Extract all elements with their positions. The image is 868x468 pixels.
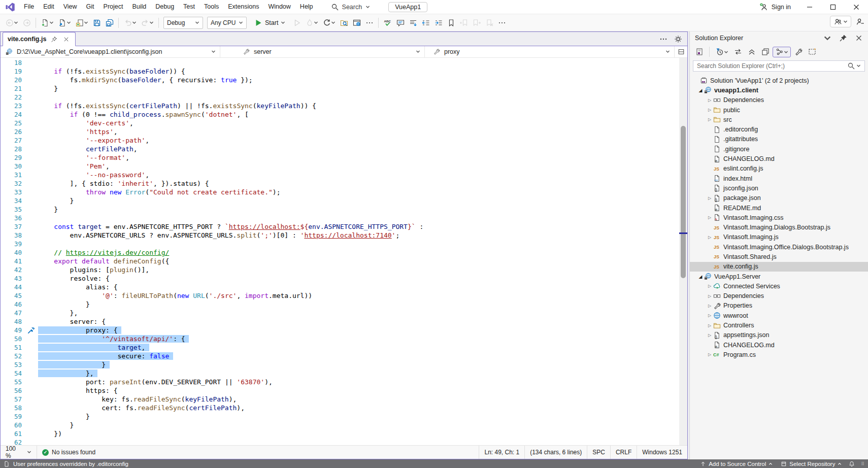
add-new-item-button[interactable] bbox=[74, 16, 90, 29]
tree-item-vueapp1-server[interactable]: ◢VueApp1.Server bbox=[690, 272, 868, 281]
sync-with-active-document-button[interactable] bbox=[732, 45, 744, 58]
encoding[interactable]: Windows 1251 bbox=[637, 446, 687, 459]
start-without-debugging-button[interactable] bbox=[291, 16, 303, 29]
minimize-button[interactable] bbox=[798, 0, 821, 14]
save-button[interactable] bbox=[91, 16, 103, 29]
solution-platforms[interactable]: Any CPU bbox=[207, 17, 247, 29]
zoom-selector[interactable]: 100 % bbox=[1, 446, 37, 459]
previous-bookmark-button[interactable] bbox=[458, 16, 470, 29]
chevron-down-icon[interactable] bbox=[823, 34, 831, 43]
hot-reload-button[interactable] bbox=[304, 16, 320, 29]
solution-configurations[interactable]: Debug bbox=[163, 17, 203, 29]
tree-item-gitignore[interactable]: .gitignore bbox=[690, 144, 868, 154]
tab-vite-config[interactable]: vite.config.js bbox=[3, 32, 76, 46]
increase-indent-button[interactable] bbox=[432, 16, 444, 29]
breadcrumb-scope-dropdown[interactable]: server bbox=[220, 46, 425, 57]
navigate-back-button[interactable] bbox=[4, 16, 20, 29]
toggle-bookmark-button[interactable] bbox=[445, 16, 457, 29]
editor-toolbar-overflow-button[interactable] bbox=[496, 16, 508, 29]
tree-item-jsconfig-json[interactable]: {}jsconfig.json bbox=[690, 183, 868, 193]
expander-open-icon[interactable]: ◢ bbox=[697, 88, 704, 93]
menu-git[interactable]: Git bbox=[82, 0, 99, 14]
add-to-source-control-button[interactable]: Add to Source Control bbox=[697, 461, 775, 467]
view-mode-toggle-button[interactable] bbox=[773, 47, 791, 57]
decrease-indent-button[interactable] bbox=[420, 16, 431, 29]
line-ending-mode[interactable]: CRLF bbox=[610, 446, 637, 459]
tree-item-gitattributes[interactable]: .gitattributes bbox=[690, 135, 868, 144]
tree-item-vintasoft-imaging-dialogs-bootstrap-js[interactable]: JSVintasoft.Imaging.Dialogs.Bootstrap.js bbox=[690, 222, 868, 232]
redo-button[interactable] bbox=[139, 16, 155, 29]
menu-project[interactable]: Project bbox=[99, 0, 128, 14]
menu-window[interactable]: Window bbox=[263, 0, 295, 14]
tree-item-wwwroot[interactable]: ▷wwwroot bbox=[690, 311, 868, 320]
tree-item-vintasoft-imaging-css[interactable]: ▷AVintasoft.Imaging.css bbox=[690, 213, 868, 222]
expander-closed-icon[interactable]: ▷ bbox=[706, 352, 713, 357]
tree-item-connected-services[interactable]: ▷Connected Services bbox=[690, 281, 868, 291]
tree-item-vintasoft-imaging-office-dialogs-bootstrap-js[interactable]: JSVintasoft.Imaging.Office.Dialogs.Boots… bbox=[690, 242, 868, 252]
navigate-forward-button[interactable] bbox=[21, 16, 32, 29]
menu-debug[interactable]: Debug bbox=[151, 0, 179, 14]
split-editor-button[interactable] bbox=[675, 46, 687, 57]
expander-closed-icon[interactable]: ▷ bbox=[706, 108, 713, 112]
indentation-mode[interactable]: SPC bbox=[587, 446, 610, 459]
tree-item-dependencies[interactable]: ▷Dependencies bbox=[690, 95, 868, 105]
start-debugging[interactable]: Start bbox=[250, 16, 289, 29]
next-bookmark-button[interactable] bbox=[471, 16, 482, 29]
close-button[interactable] bbox=[845, 0, 868, 14]
tree-item-vite-config-js[interactable]: JSvite.config.js bbox=[690, 262, 868, 272]
menu-view[interactable]: View bbox=[59, 0, 82, 14]
tree-item-dependencies[interactable]: ▷Dependencies bbox=[690, 291, 868, 301]
pending-changes-filter-button[interactable] bbox=[714, 45, 730, 58]
breadcrumb-file-dropdown[interactable]: D:\2\Vue_AspNet_Core\vueapp1.client\jsco… bbox=[1, 46, 220, 57]
code-editor[interactable]: 1819 if (!fs.existsSync(baseFolder)) {20… bbox=[1, 58, 687, 446]
tree-item-vintasoft-imaging-js[interactable]: ▷JSVintasoft.Imaging.js bbox=[690, 232, 868, 242]
expander-closed-icon[interactable]: ▷ bbox=[706, 304, 713, 308]
new-file-button[interactable] bbox=[39, 16, 55, 29]
show-all-files-button[interactable] bbox=[759, 45, 771, 58]
tree-item-program-cs[interactable]: ▷C#Program.cs bbox=[690, 350, 868, 359]
tree-item-editorconfig[interactable]: .editorconfig bbox=[690, 124, 868, 134]
pin-icon[interactable] bbox=[50, 35, 58, 44]
editor-scrollbar[interactable] bbox=[679, 58, 687, 446]
expander-closed-icon[interactable]: ▷ bbox=[706, 215, 713, 220]
resize-grip[interactable]: ⠿ bbox=[859, 461, 865, 466]
menu-extensions[interactable]: Extensions bbox=[223, 0, 263, 14]
breadcrumb-member-dropdown[interactable]: proxy bbox=[425, 46, 675, 57]
feedback-button[interactable] bbox=[830, 16, 851, 27]
expander-closed-icon[interactable]: ▷ bbox=[706, 117, 713, 122]
expander-closed-icon[interactable]: ▷ bbox=[706, 323, 713, 328]
properties-button[interactable] bbox=[792, 45, 804, 58]
expander-closed-icon[interactable]: ▷ bbox=[706, 235, 713, 240]
status-message-button[interactable]: User preferences overridden by .editorco… bbox=[0, 461, 128, 467]
tree-item-controllers[interactable]: ▷Controllers bbox=[690, 320, 868, 330]
global-search[interactable]: Search bbox=[327, 2, 375, 12]
switch-between-views-button[interactable] bbox=[693, 45, 705, 58]
gear-icon[interactable] bbox=[674, 35, 682, 43]
tree-item-vintasoft-shared-js[interactable]: JSVintasoft.Shared.js bbox=[690, 252, 868, 261]
bell-icon[interactable] bbox=[847, 459, 856, 468]
open-file-button[interactable] bbox=[56, 16, 73, 29]
undo-button[interactable] bbox=[122, 16, 138, 29]
maximize-button[interactable] bbox=[821, 0, 845, 14]
tree-item-solution-vueapp1-2-of-2-projects[interactable]: Solution 'VueApp1' (2 of 2 projects) bbox=[690, 76, 868, 85]
tree-item-eslint-config-js[interactable]: JSeslint.config.js bbox=[690, 164, 868, 174]
menu-file[interactable]: File bbox=[19, 0, 39, 14]
tree-item-changelog-md[interactable]: M↓CHANGELOG.md bbox=[690, 154, 868, 163]
tree-item-public[interactable]: ▷public bbox=[690, 105, 868, 115]
account-options-icon[interactable] bbox=[855, 17, 864, 26]
expander-closed-icon[interactable]: ▷ bbox=[706, 294, 713, 298]
standard-toolbar-overflow-button[interactable] bbox=[363, 16, 375, 29]
solution-explorer-search[interactable]: Search Solution Explorer (Ctrl+;) bbox=[693, 60, 865, 72]
close-icon[interactable] bbox=[854, 34, 863, 43]
save-all-button[interactable] bbox=[104, 16, 115, 29]
toggle-comment-button[interactable] bbox=[394, 16, 406, 29]
restart-application-button[interactable] bbox=[321, 16, 337, 29]
expander-open-icon[interactable]: ◢ bbox=[697, 274, 704, 279]
collapse-all-button[interactable] bbox=[746, 45, 757, 58]
sign-in-button[interactable]: Sign in bbox=[760, 3, 791, 12]
tree-item-src[interactable]: ▷src bbox=[690, 115, 868, 124]
expander-closed-icon[interactable]: ▷ bbox=[706, 196, 713, 200]
scrollbar-thumb[interactable] bbox=[681, 126, 686, 278]
pin-icon[interactable] bbox=[839, 34, 847, 43]
find-in-files-button[interactable] bbox=[338, 16, 350, 29]
